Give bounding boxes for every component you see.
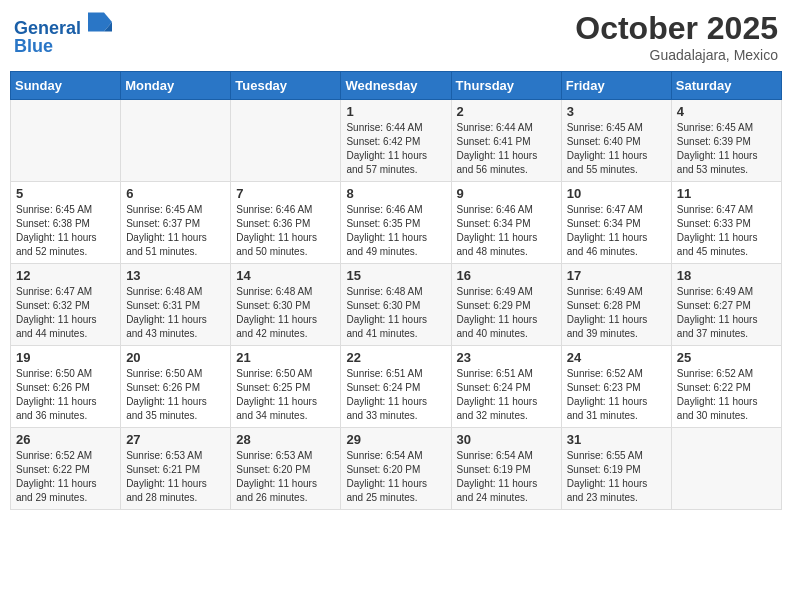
calendar-day-cell: 16Sunrise: 6:49 AM Sunset: 6:29 PM Dayli… (451, 264, 561, 346)
day-number: 6 (126, 186, 225, 201)
title-block: October 2025 Guadalajara, Mexico (575, 10, 778, 63)
calendar-day-cell: 26Sunrise: 6:52 AM Sunset: 6:22 PM Dayli… (11, 428, 121, 510)
calendar-day-cell: 9Sunrise: 6:46 AM Sunset: 6:34 PM Daylig… (451, 182, 561, 264)
day-number: 1 (346, 104, 445, 119)
day-info: Sunrise: 6:53 AM Sunset: 6:21 PM Dayligh… (126, 449, 225, 505)
day-number: 10 (567, 186, 666, 201)
day-number: 7 (236, 186, 335, 201)
day-info: Sunrise: 6:49 AM Sunset: 6:28 PM Dayligh… (567, 285, 666, 341)
day-info: Sunrise: 6:48 AM Sunset: 6:30 PM Dayligh… (236, 285, 335, 341)
day-info: Sunrise: 6:46 AM Sunset: 6:35 PM Dayligh… (346, 203, 445, 259)
weekday-header-cell: Tuesday (231, 72, 341, 100)
calendar-day-cell: 29Sunrise: 6:54 AM Sunset: 6:20 PM Dayli… (341, 428, 451, 510)
location-subtitle: Guadalajara, Mexico (575, 47, 778, 63)
day-number: 31 (567, 432, 666, 447)
day-number: 18 (677, 268, 776, 283)
weekday-header-cell: Wednesday (341, 72, 451, 100)
day-number: 9 (457, 186, 556, 201)
day-number: 12 (16, 268, 115, 283)
day-number: 29 (346, 432, 445, 447)
calendar-day-cell: 8Sunrise: 6:46 AM Sunset: 6:35 PM Daylig… (341, 182, 451, 264)
calendar-week-row: 26Sunrise: 6:52 AM Sunset: 6:22 PM Dayli… (11, 428, 782, 510)
calendar-day-cell: 4Sunrise: 6:45 AM Sunset: 6:39 PM Daylig… (671, 100, 781, 182)
month-title: October 2025 (575, 10, 778, 47)
calendar-table: SundayMondayTuesdayWednesdayThursdayFrid… (10, 71, 782, 510)
day-info: Sunrise: 6:44 AM Sunset: 6:41 PM Dayligh… (457, 121, 556, 177)
day-info: Sunrise: 6:46 AM Sunset: 6:36 PM Dayligh… (236, 203, 335, 259)
calendar-week-row: 5Sunrise: 6:45 AM Sunset: 6:38 PM Daylig… (11, 182, 782, 264)
day-number: 21 (236, 350, 335, 365)
day-info: Sunrise: 6:51 AM Sunset: 6:24 PM Dayligh… (457, 367, 556, 423)
calendar-day-cell (121, 100, 231, 182)
calendar-body: 1Sunrise: 6:44 AM Sunset: 6:42 PM Daylig… (11, 100, 782, 510)
calendar-day-cell (671, 428, 781, 510)
calendar-week-row: 1Sunrise: 6:44 AM Sunset: 6:42 PM Daylig… (11, 100, 782, 182)
calendar-week-row: 12Sunrise: 6:47 AM Sunset: 6:32 PM Dayli… (11, 264, 782, 346)
day-info: Sunrise: 6:44 AM Sunset: 6:42 PM Dayligh… (346, 121, 445, 177)
day-info: Sunrise: 6:49 AM Sunset: 6:27 PM Dayligh… (677, 285, 776, 341)
calendar-day-cell: 27Sunrise: 6:53 AM Sunset: 6:21 PM Dayli… (121, 428, 231, 510)
logo-icon (88, 10, 112, 34)
calendar-day-cell: 1Sunrise: 6:44 AM Sunset: 6:42 PM Daylig… (341, 100, 451, 182)
calendar-day-cell: 17Sunrise: 6:49 AM Sunset: 6:28 PM Dayli… (561, 264, 671, 346)
calendar-day-cell: 28Sunrise: 6:53 AM Sunset: 6:20 PM Dayli… (231, 428, 341, 510)
day-info: Sunrise: 6:46 AM Sunset: 6:34 PM Dayligh… (457, 203, 556, 259)
calendar-day-cell: 11Sunrise: 6:47 AM Sunset: 6:33 PM Dayli… (671, 182, 781, 264)
day-number: 11 (677, 186, 776, 201)
day-info: Sunrise: 6:47 AM Sunset: 6:34 PM Dayligh… (567, 203, 666, 259)
day-number: 3 (567, 104, 666, 119)
weekday-header-cell: Friday (561, 72, 671, 100)
day-number: 20 (126, 350, 225, 365)
calendar-week-row: 19Sunrise: 6:50 AM Sunset: 6:26 PM Dayli… (11, 346, 782, 428)
day-number: 26 (16, 432, 115, 447)
logo-blue: Blue (14, 37, 112, 57)
calendar-day-cell: 30Sunrise: 6:54 AM Sunset: 6:19 PM Dayli… (451, 428, 561, 510)
weekday-header-cell: Thursday (451, 72, 561, 100)
calendar-day-cell: 15Sunrise: 6:48 AM Sunset: 6:30 PM Dayli… (341, 264, 451, 346)
day-info: Sunrise: 6:52 AM Sunset: 6:23 PM Dayligh… (567, 367, 666, 423)
day-number: 17 (567, 268, 666, 283)
day-info: Sunrise: 6:54 AM Sunset: 6:19 PM Dayligh… (457, 449, 556, 505)
calendar-day-cell: 31Sunrise: 6:55 AM Sunset: 6:19 PM Dayli… (561, 428, 671, 510)
day-number: 5 (16, 186, 115, 201)
calendar-day-cell (11, 100, 121, 182)
day-info: Sunrise: 6:52 AM Sunset: 6:22 PM Dayligh… (16, 449, 115, 505)
day-number: 19 (16, 350, 115, 365)
calendar-day-cell: 20Sunrise: 6:50 AM Sunset: 6:26 PM Dayli… (121, 346, 231, 428)
day-info: Sunrise: 6:50 AM Sunset: 6:26 PM Dayligh… (16, 367, 115, 423)
weekday-header-row: SundayMondayTuesdayWednesdayThursdayFrid… (11, 72, 782, 100)
day-number: 4 (677, 104, 776, 119)
day-info: Sunrise: 6:47 AM Sunset: 6:32 PM Dayligh… (16, 285, 115, 341)
day-number: 28 (236, 432, 335, 447)
day-info: Sunrise: 6:55 AM Sunset: 6:19 PM Dayligh… (567, 449, 666, 505)
calendar-day-cell: 3Sunrise: 6:45 AM Sunset: 6:40 PM Daylig… (561, 100, 671, 182)
calendar-day-cell: 22Sunrise: 6:51 AM Sunset: 6:24 PM Dayli… (341, 346, 451, 428)
calendar-day-cell: 18Sunrise: 6:49 AM Sunset: 6:27 PM Dayli… (671, 264, 781, 346)
day-info: Sunrise: 6:52 AM Sunset: 6:22 PM Dayligh… (677, 367, 776, 423)
day-number: 16 (457, 268, 556, 283)
calendar-day-cell: 6Sunrise: 6:45 AM Sunset: 6:37 PM Daylig… (121, 182, 231, 264)
day-number: 22 (346, 350, 445, 365)
day-info: Sunrise: 6:53 AM Sunset: 6:20 PM Dayligh… (236, 449, 335, 505)
day-number: 14 (236, 268, 335, 283)
day-info: Sunrise: 6:45 AM Sunset: 6:40 PM Dayligh… (567, 121, 666, 177)
calendar-day-cell: 7Sunrise: 6:46 AM Sunset: 6:36 PM Daylig… (231, 182, 341, 264)
logo: General Blue (14, 10, 112, 57)
calendar-day-cell: 13Sunrise: 6:48 AM Sunset: 6:31 PM Dayli… (121, 264, 231, 346)
weekday-header-cell: Sunday (11, 72, 121, 100)
weekday-header-cell: Monday (121, 72, 231, 100)
day-info: Sunrise: 6:54 AM Sunset: 6:20 PM Dayligh… (346, 449, 445, 505)
calendar-day-cell: 23Sunrise: 6:51 AM Sunset: 6:24 PM Dayli… (451, 346, 561, 428)
day-info: Sunrise: 6:50 AM Sunset: 6:25 PM Dayligh… (236, 367, 335, 423)
day-number: 24 (567, 350, 666, 365)
calendar-day-cell: 21Sunrise: 6:50 AM Sunset: 6:25 PM Dayli… (231, 346, 341, 428)
day-info: Sunrise: 6:50 AM Sunset: 6:26 PM Dayligh… (126, 367, 225, 423)
day-number: 13 (126, 268, 225, 283)
day-info: Sunrise: 6:49 AM Sunset: 6:29 PM Dayligh… (457, 285, 556, 341)
day-info: Sunrise: 6:51 AM Sunset: 6:24 PM Dayligh… (346, 367, 445, 423)
calendar-day-cell: 12Sunrise: 6:47 AM Sunset: 6:32 PM Dayli… (11, 264, 121, 346)
calendar-day-cell: 14Sunrise: 6:48 AM Sunset: 6:30 PM Dayli… (231, 264, 341, 346)
day-info: Sunrise: 6:47 AM Sunset: 6:33 PM Dayligh… (677, 203, 776, 259)
day-number: 30 (457, 432, 556, 447)
calendar-day-cell: 19Sunrise: 6:50 AM Sunset: 6:26 PM Dayli… (11, 346, 121, 428)
